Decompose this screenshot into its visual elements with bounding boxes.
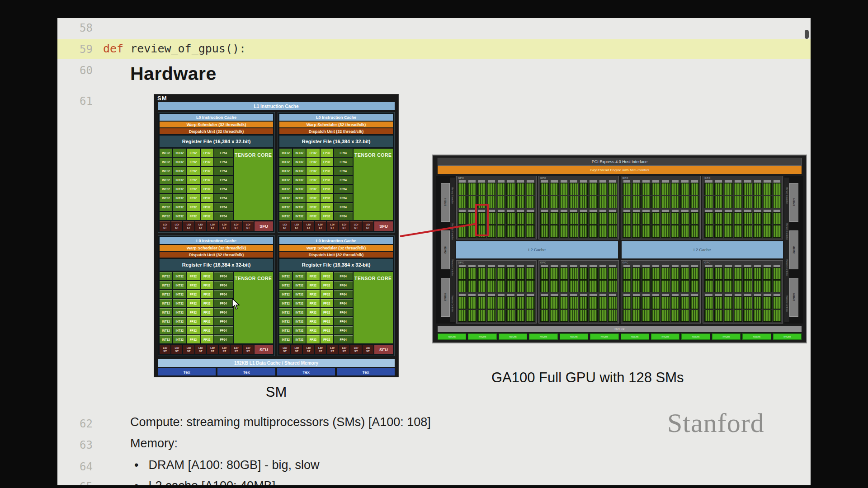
gpc-label: GPC [623,177,628,179]
sfu-cell: SFU [255,345,273,354]
fp32-core-cell: FP32 [321,281,333,289]
fp32-core-cell: FP32 [321,326,333,334]
ldst-unit-cell: LD/ST [183,345,194,354]
register-file-bar: Register File (16,384 x 32-bit) [279,136,393,147]
sm-unit-cap [580,180,587,183]
sm-unit-cores [704,183,713,195]
fp32-core-cell: FP32 [307,203,319,211]
sm-unit [560,210,568,238]
sm-unit-cores [540,183,549,195]
sm-unit-cores [724,310,732,322]
memory-strip-right: Memory ControllerMemory ControllerMemory… [784,176,803,324]
tex-unit: Tex [277,368,335,375]
scrollbar-thumb[interactable] [805,30,809,39]
sm-unit [632,265,641,293]
fp32-core-cell: FP32 [187,299,199,307]
sm-unit-cores [526,310,534,322]
sm-unit [642,180,650,208]
sm-unit-cores [569,183,578,195]
sm-unit [516,210,525,238]
fp32-core-cell: FP32 [307,290,319,298]
sm-unit-cap [754,294,761,296]
fp32-core-cell: FP32 [201,308,213,316]
sm-unit [632,210,641,238]
int32-core-cell: INT32 [160,335,172,343]
int32-column: INT32INT32INT32INT32INT32INT32INT32INT32 [173,272,186,343]
sm-unit [671,294,679,322]
ldst-unit-cell: LD/ST [231,345,241,354]
sm-unit-cores [458,296,467,309]
ldst-label: LD/ [210,347,215,350]
sm-unit-cores [550,225,558,237]
sm-unit [704,180,713,208]
sm-unit [458,210,467,238]
sm-unit-cap [599,180,606,183]
sm-unit [458,265,467,293]
ldst-unit-cell: LD/ST [327,345,338,354]
screen: 58 59 60 61 62 63 64 65 def review_of_gp… [0,0,868,488]
sm-unit-cores [623,212,631,225]
fp64-core-cell: FP64 [214,290,233,298]
fp32-core-cell: FP32 [201,185,213,193]
sm-unit-cap [681,180,688,183]
sm-unit-cores [690,183,699,195]
int32-core-cell: INT32 [160,299,172,307]
int32-core-cell: INT32 [173,167,186,175]
sm-unit-cores [632,196,641,208]
sm-unit-cores [773,310,781,322]
sm-unit-cap [705,210,712,212]
compute-line: Compute: streaming multiprocessors (SMs)… [130,415,431,429]
sm-unit-cores [690,310,699,322]
int32-core-cell: INT32 [160,176,172,184]
sm-unit [516,265,525,293]
ldst-unit-cell: LD/ST [339,221,349,231]
nvlink-segment: NVLink [712,333,741,340]
code-line-def-review-of-gpus[interactable]: def review_of_gpus(): [103,42,246,55]
sm-unit-cores [608,225,617,237]
ga100-full-gpu-diagram: PCI Express 4.0 Host Interface GigaThrea… [432,155,807,343]
l1-data-cache-bar: 192KB L1 Data Cache / Shared Memory [158,359,395,367]
sfu-cell: SFU [374,221,393,231]
ldst-label: ST [222,350,226,353]
fp32-core-cell: FP32 [307,176,319,184]
sm-unit [642,210,650,238]
sm-unit [560,265,568,293]
ldst-label: ST [175,226,179,230]
stanford-logo: Stanford [667,408,764,439]
sm-unit-cores [516,280,525,292]
sm-unit-cap [672,265,679,267]
sm-unit-cap [498,180,505,183]
sm-unit-cores [526,267,534,280]
sm-unit-cap [652,294,659,296]
sm-unit-cores [599,183,607,195]
sm-unit-cores [467,225,476,237]
sm-unit-cap [609,210,616,212]
sm-unit-cap [507,265,514,267]
ldst-unit-cell: LD/ST [207,221,218,231]
sm-unit-cap [774,265,780,267]
sm-unit-cores [516,310,525,322]
sm-unit-cores [540,267,549,280]
fp64-column: FP64FP64FP64FP64FP64FP64FP64FP64 [214,149,233,220]
sm-unit-cores [458,183,467,195]
fp64-core-cell: FP64 [334,203,353,211]
sm-unit [661,210,670,238]
warp-scheduler-bar: Warp Scheduler (32 thread/clk) [279,245,393,251]
sm-unit-cores [506,310,515,322]
sm-unit-cap [681,294,688,296]
ldst-label: LD/ [342,347,346,350]
sm-unit-cap [498,294,505,296]
sm-unit [680,265,689,293]
sm-row [540,210,617,238]
int32-core-cell: INT32 [160,212,172,220]
ldst-label: ST [175,350,179,353]
int32-core-cell: INT32 [293,335,306,343]
ldst-label: LD/ [163,223,167,226]
int32-core-cell: INT32 [279,176,292,184]
tex-unit: Tex [337,368,395,375]
ldst-unit-cell: LD/ST [279,221,290,231]
sm-unit-cores [623,310,631,322]
gpc-area: GPCGPCGPCGPCL2 CacheL2 CacheGPCGPCGPCGPC [456,176,783,324]
int32-core-cell: INT32 [173,158,186,166]
dram-bullet-text: DRAM [A100: 80GB] - big, slow [148,458,319,472]
